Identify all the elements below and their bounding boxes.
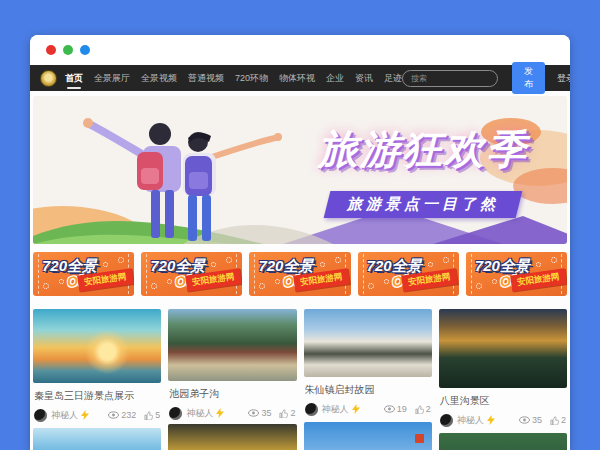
nav-item-panorama-hall[interactable]: 全景展厅 [94, 72, 130, 85]
site-logo[interactable] [40, 70, 57, 87]
likes-stat[interactable]: 5 [144, 410, 160, 420]
thumb-up-icon [550, 416, 559, 425]
search-input[interactable] [402, 70, 498, 87]
card-title: 秦皇岛三日游景点展示 [34, 389, 160, 403]
dot-ornament [443, 257, 449, 263]
dot-ornament [492, 279, 497, 284]
card-title: 朱仙镇启封故园 [305, 383, 431, 397]
nav-item-720-object[interactable]: 720环物 [235, 72, 268, 85]
thumb-up-icon [415, 405, 424, 414]
nav-item-news[interactable]: 资讯 [355, 72, 373, 85]
scenic-card[interactable]: 池园弟子沟 神秘人 35 2 [168, 309, 296, 420]
red-seal-mark [415, 434, 424, 443]
thumb-up-icon [279, 409, 288, 418]
scenic-thumbnail-mountain-temple [168, 309, 296, 381]
eye-icon [384, 405, 395, 413]
eye-icon [108, 411, 119, 419]
scenic-thumbnail-beach [33, 309, 161, 383]
nav-item-object-view[interactable]: 物体环视 [279, 72, 315, 85]
dot-ornament [335, 257, 341, 263]
vip-badge-icon [487, 411, 495, 429]
dot-ornament [384, 279, 389, 284]
likes-stat[interactable]: 2 [415, 404, 431, 414]
author-avatar [169, 407, 182, 420]
hero-subtitle: 旅游景点一目了然 [347, 195, 499, 214]
login-link[interactable]: 登录 [557, 72, 570, 85]
hero-title: 旅游狂欢季 [268, 122, 567, 177]
maximize-window-button[interactable] [80, 45, 90, 55]
card-title: 八里沟景区 [440, 394, 566, 408]
scenic-card-partial[interactable] [168, 424, 296, 450]
scenic-card[interactable]: 八里沟景区 神秘人 35 2 [439, 309, 567, 427]
scenic-card-grid: 秦皇岛三日游景点展示 神秘人 232 5 [33, 309, 567, 450]
scenic-card-partial[interactable] [33, 428, 161, 450]
promo-banner[interactable]: 720全景 Of 安阳旅游网 [141, 252, 242, 296]
dot-ornament [551, 257, 557, 263]
nav-item-enterprise[interactable]: 企业 [326, 72, 344, 85]
dot-ornament [476, 283, 482, 289]
eye-icon [248, 409, 259, 417]
views-stat: 232 [108, 410, 136, 420]
author-name: 神秘人 [457, 414, 484, 427]
scenic-card-partial[interactable] [304, 422, 432, 450]
scenic-thumbnail-old-town [304, 309, 432, 377]
eye-icon [519, 416, 530, 424]
vip-badge-icon [352, 400, 360, 418]
page-content: 旅游狂欢季 旅游景点一目了然 720全景 Of 安阳旅游网 720全景 Of [30, 91, 570, 450]
vip-badge-icon [81, 406, 89, 424]
publish-button[interactable]: 发布 [512, 62, 545, 94]
thumb-up-icon [144, 411, 153, 420]
promo-banner[interactable]: 720全景 Of 安阳旅游网 [249, 252, 350, 296]
promo-banner[interactable]: 720全景 Of 安阳旅游网 [33, 252, 134, 296]
main-menu: 首页 全景展厅 全景视频 普通视频 720环物 物体环视 企业 资讯 足迹 [65, 72, 402, 85]
scenic-thumbnail-canyon [439, 309, 567, 388]
main-navbar: 首页 全景展厅 全景视频 普通视频 720环物 物体环视 企业 资讯 足迹 发布… [30, 65, 570, 91]
window-titlebar [30, 35, 570, 65]
hero-banner[interactable]: 旅游狂欢季 旅游景点一目了然 [33, 96, 567, 244]
views-stat: 19 [384, 404, 407, 414]
likes-stat[interactable]: 2 [550, 415, 566, 425]
grid-column: 秦皇岛三日游景点展示 神秘人 232 5 [33, 309, 161, 450]
promo-banner-row: 720全景 Of 安阳旅游网 720全景 Of 安阳旅游网 720全 [33, 252, 567, 296]
grid-column: 八里沟景区 神秘人 35 2 [439, 309, 567, 450]
views-stat: 35 [519, 415, 542, 425]
scenic-card-partial[interactable] [439, 433, 567, 450]
close-window-button[interactable] [46, 45, 56, 55]
dot-ornament [59, 279, 64, 284]
scenic-card[interactable]: 秦皇岛三日游景点展示 神秘人 232 5 [33, 309, 161, 422]
author-name: 神秘人 [51, 409, 78, 422]
promo-banner[interactable]: 720全景 Of 安阳旅游网 [358, 252, 459, 296]
grid-column: 朱仙镇启封故园 神秘人 19 2 [304, 309, 432, 450]
promo-banner[interactable]: 720全景 Of 安阳旅游网 [466, 252, 567, 296]
card-meta: 神秘人 19 2 [305, 402, 431, 416]
author-avatar [34, 409, 47, 422]
author-name: 神秘人 [186, 407, 213, 420]
card-meta: 神秘人 35 2 [440, 413, 566, 427]
nav-item-footprints[interactable]: 足迹 [384, 72, 402, 85]
dot-ornament [428, 262, 433, 267]
card-title: 池园弟子沟 [169, 387, 295, 401]
dot-ornament [536, 262, 541, 267]
browser-window: 首页 全景展厅 全景视频 普通视频 720环物 物体环视 企业 资讯 足迹 发布… [30, 35, 570, 450]
card-meta: 神秘人 232 5 [34, 408, 160, 422]
author-avatar [440, 414, 453, 427]
author-avatar [305, 403, 318, 416]
dot-ornament [43, 283, 49, 289]
author-name: 神秘人 [322, 403, 349, 416]
hero-subtitle-banner: 旅游景点一目了然 [324, 191, 523, 218]
nav-item-normal-video[interactable]: 普通视频 [188, 72, 224, 85]
card-meta: 神秘人 35 2 [169, 406, 295, 420]
dot-ornament [368, 283, 374, 289]
nav-item-home[interactable]: 首页 [65, 72, 83, 85]
minimize-window-button[interactable] [63, 45, 73, 55]
hero-text-block: 旅游狂欢季 旅游景点一目了然 [268, 122, 567, 218]
nav-item-panorama-video[interactable]: 全景视频 [141, 72, 177, 85]
views-stat: 35 [248, 408, 271, 418]
scenic-card[interactable]: 朱仙镇启封故园 神秘人 19 2 [304, 309, 432, 416]
vip-badge-icon [216, 404, 224, 422]
grid-column: 池园弟子沟 神秘人 35 2 [168, 309, 296, 450]
dot-ornament [320, 262, 325, 267]
likes-stat[interactable]: 2 [279, 408, 295, 418]
